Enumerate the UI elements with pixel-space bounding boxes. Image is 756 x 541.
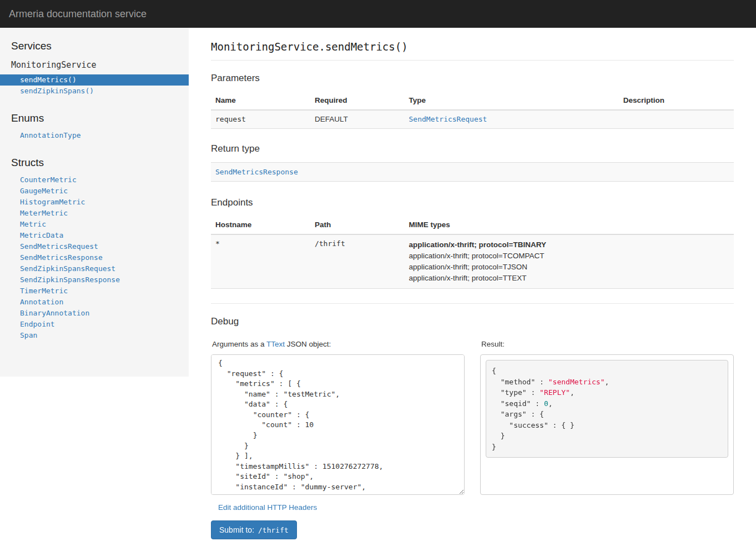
enums-heading: Enums <box>0 112 189 124</box>
main-content: MonitoringService.sendMetrics() Paramete… <box>189 28 756 539</box>
mime-type: application/x-thrift; protocol=TJSON <box>409 262 729 273</box>
service-method-list: sendMetrics()sendZipkinSpans() <box>0 74 189 97</box>
arguments-label-prefix: Arguments as a <box>212 340 266 348</box>
sidebar-item-struct[interactable]: MetricData <box>0 230 189 241</box>
parameters-column-header: Type <box>405 92 619 110</box>
sidebar-item-struct[interactable]: Metric <box>0 219 189 230</box>
ttext-link[interactable]: TText <box>266 340 285 348</box>
endpoint-row: * /thrift application/x-thrift; protocol… <box>211 234 734 289</box>
parameter-type-link[interactable]: SendMetricsRequest <box>409 115 487 123</box>
edit-http-headers-link[interactable]: Edit additional HTTP Headers <box>218 503 317 512</box>
page-layout: Services MonitoringService sendMetrics()… <box>0 28 756 539</box>
sidebar-item-struct[interactable]: HistogramMetric <box>0 197 189 208</box>
result-column: Result: { "method" : "sendMetrics", "typ… <box>480 335 734 539</box>
debug-section: Debug Arguments as a TText JSON object: … <box>211 316 734 539</box>
result-json: { "method" : "sendMetrics", "type" : "RE… <box>486 360 728 458</box>
parameters-section: Parameters NameRequiredTypeDescription r… <box>211 73 734 129</box>
arguments-label: Arguments as a TText JSON object: <box>212 339 465 349</box>
endpoints-column-header: Hostname <box>211 216 310 234</box>
return-type-section: Return type SendMetricsResponse <box>211 143 734 182</box>
return-type-heading: Return type <box>211 143 734 154</box>
sidebar-item-enum[interactable]: AnnotationType <box>0 130 189 141</box>
sidebar-item-struct[interactable]: Endpoint <box>0 319 189 330</box>
parameters-column-header: Required <box>310 92 405 110</box>
sidebar-item-struct[interactable]: SendMetricsRequest <box>0 241 189 252</box>
endpoint-path: /thrift <box>310 234 405 289</box>
sidebar-item-struct[interactable]: SendZipkinSpansRequest <box>0 263 189 274</box>
debug-grid: Arguments as a TText JSON object: Edit a… <box>211 335 734 539</box>
enum-list: AnnotationType <box>0 130 189 141</box>
endpoints-table: HostnamePathMIME types * /thrift applica… <box>211 216 734 289</box>
arguments-column: Arguments as a TText JSON object: Edit a… <box>211 335 465 539</box>
app-title[interactable]: Armeria documentation service <box>9 8 147 20</box>
arguments-json-textarea[interactable] <box>211 354 465 495</box>
parameter-description <box>619 110 734 129</box>
endpoints-section: Endpoints HostnamePathMIME types * /thri… <box>211 197 734 289</box>
sidebar-item-struct[interactable]: CounterMetric <box>0 174 189 186</box>
sidebar-item-struct[interactable]: SendMetricsResponse <box>0 252 189 263</box>
parameters-table: NameRequiredTypeDescription request DEFA… <box>211 92 734 129</box>
sidebar-item-struct[interactable]: BinaryAnnotation <box>0 308 189 319</box>
parameters-column-header: Name <box>211 92 310 110</box>
sidebar-item-struct[interactable]: MeterMetric <box>0 208 189 219</box>
endpoints-heading: Endpoints <box>211 197 734 208</box>
arguments-label-suffix: JSON object: <box>285 340 331 348</box>
sidebar: Services MonitoringService sendMetrics()… <box>0 28 189 377</box>
endpoint-hostname: * <box>211 234 310 289</box>
return-type-link[interactable]: SendMetricsResponse <box>215 168 298 176</box>
parameters-column-header: Description <box>619 92 734 110</box>
result-label: Result: <box>481 339 734 349</box>
endpoint-mime-types: application/x-thrift; protocol=TBINARYap… <box>405 234 734 289</box>
submit-button-label: Submit to: <box>219 525 254 534</box>
parameter-required: DEFAULT <box>310 110 405 129</box>
mime-type: application/x-thrift; protocol=TBINARY <box>409 239 729 251</box>
sidebar-item-struct[interactable]: Span <box>0 330 189 341</box>
top-navbar: Armeria documentation service <box>0 0 756 28</box>
parameter-row: request DEFAULT SendMetricsRequest <box>211 110 734 129</box>
debug-divider <box>211 303 734 304</box>
services-heading: Services <box>0 40 189 52</box>
submit-button[interactable]: Submit to: /thrift <box>211 520 297 539</box>
mime-type: application/x-thrift; protocol=TTEXT <box>409 273 729 284</box>
endpoints-column-header: Path <box>310 216 405 234</box>
sidebar-item-method[interactable]: sendZipkinSpans() <box>0 86 189 97</box>
submit-button-path: /thrift <box>258 526 289 534</box>
service-group-name: MonitoringService <box>0 60 189 70</box>
debug-heading: Debug <box>211 316 734 327</box>
parameter-name: request <box>211 110 310 129</box>
title-divider <box>211 60 734 61</box>
return-type-row: SendMetricsResponse <box>211 162 734 182</box>
parameters-heading: Parameters <box>211 73 734 84</box>
sidebar-item-method[interactable]: sendMetrics() <box>0 74 189 86</box>
structs-heading: Structs <box>0 157 189 169</box>
mime-type: application/x-thrift; protocol=TCOMPACT <box>409 251 729 262</box>
sidebar-item-struct[interactable]: TimerMetric <box>0 285 189 297</box>
result-box: { "method" : "sendMetrics", "type" : "RE… <box>480 354 734 495</box>
sidebar-item-struct[interactable]: Annotation <box>0 297 189 308</box>
struct-list: CounterMetricGaugeMetricHistogramMetricM… <box>0 174 189 341</box>
page-title: MonitoringService.sendMetrics() <box>211 40 734 53</box>
sidebar-item-struct[interactable]: SendZipkinSpansResponse <box>0 274 189 285</box>
endpoints-column-header: MIME types <box>405 216 734 234</box>
sidebar-item-struct[interactable]: GaugeMetric <box>0 186 189 197</box>
